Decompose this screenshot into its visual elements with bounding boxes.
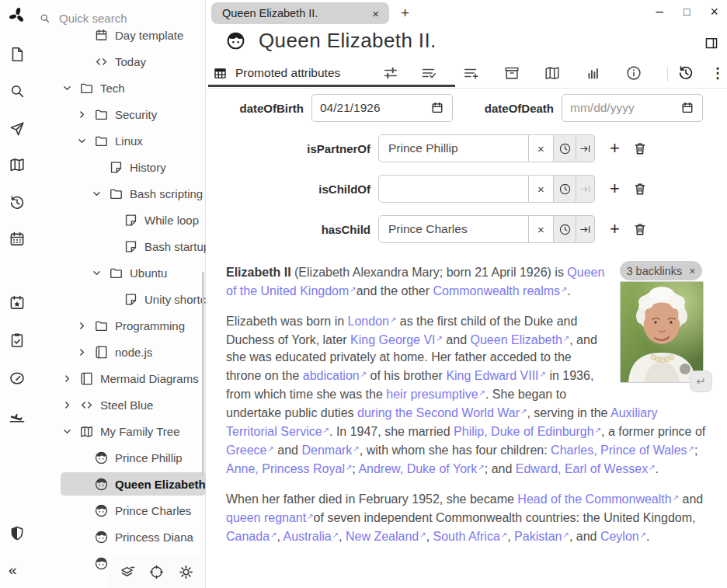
new-note-icon[interactable] (9, 46, 26, 63)
chevron-right-icon[interactable] (61, 373, 79, 384)
collapse-tree-icon[interactable]: « (9, 562, 26, 579)
new-tab-button[interactable]: + (401, 5, 409, 22)
go-to-note-button[interactable] (576, 215, 595, 243)
tab-close-icon[interactable]: × (370, 7, 381, 20)
tree-item-today[interactable]: Today (34, 48, 206, 75)
tree-item-bash-scripting[interactable]: Bash scripting (34, 180, 206, 207)
relation-target-input[interactable]: Prince Phillip (378, 134, 529, 162)
tree-item-linux[interactable]: Linux (34, 127, 206, 154)
tree-item-history[interactable]: History (34, 154, 206, 180)
task-list-icon[interactable] (9, 332, 26, 349)
chevron-right-icon[interactable] (76, 346, 94, 358)
recent-notes-button[interactable] (554, 134, 576, 162)
date-of-death-input[interactable]: mm/dd/yyyy (562, 94, 703, 122)
backlinks-close-icon[interactable]: × (689, 263, 695, 280)
add-attribute-button[interactable]: + (610, 221, 620, 237)
note-link[interactable]: London↗ (348, 315, 397, 328)
tree-scrollbar[interactable] (202, 272, 204, 475)
go-to-note-button[interactable] (576, 134, 595, 162)
note-link[interactable]: Australia↗ (283, 530, 339, 543)
chevron-down-icon[interactable] (61, 426, 79, 437)
clear-relation-button[interactable]: × (529, 175, 554, 203)
chevron-down-icon[interactable] (91, 267, 109, 279)
tree-item-my-family-tree[interactable]: My Family Tree (34, 418, 206, 444)
note-link[interactable]: during the Second World War↗ (357, 406, 527, 419)
note-revisions-history-icon[interactable] (677, 64, 694, 82)
bookmarked-calendar-icon[interactable] (9, 294, 26, 311)
note-link[interactable]: Ceylon↗ (600, 530, 646, 543)
note-link[interactable]: New Zealand↗ (346, 530, 426, 543)
tree-item-tech[interactable]: Tech (34, 75, 206, 101)
jump-to-icon[interactable] (9, 120, 26, 137)
target-crosshair-icon[interactable] (148, 564, 165, 580)
layers-minus-icon[interactable] (119, 564, 135, 580)
backlinks-badge[interactable]: 3 backlinks × (620, 261, 702, 280)
info-circle-icon[interactable] (625, 64, 642, 82)
tree-item-prince-phillip[interactable]: Prince Phillip (34, 444, 206, 471)
note-map-icon[interactable] (544, 64, 561, 82)
settings-gear-icon[interactable] (178, 564, 194, 580)
search-icon[interactable] (9, 82, 26, 99)
date-of-birth-input[interactable]: 04/21/1926 (311, 94, 453, 122)
split-view-icon[interactable] (703, 35, 720, 51)
protected-session-icon[interactable] (9, 525, 26, 542)
delete-attribute-button[interactable] (632, 181, 648, 197)
delete-attribute-button[interactable] (632, 221, 648, 237)
add-attribute-button[interactable]: + (610, 141, 620, 156)
chevron-down-icon[interactable] (91, 188, 109, 200)
note-link[interactable]: Edward, Earl of Wessex↗ (516, 462, 656, 475)
note-link[interactable]: Commonwealth realms↗ (433, 284, 567, 297)
note-link[interactable]: Andrew, Duke of York↗ (358, 462, 484, 475)
tree-item-day-template[interactable]: Day template (34, 22, 206, 48)
tree-item-prince-charles[interactable]: Prince Charles (34, 497, 206, 524)
tree-item-bash-startup[interactable]: Bash startup (34, 233, 206, 259)
chevron-right-icon[interactable] (76, 320, 94, 332)
travel-plane-icon[interactable] (9, 407, 26, 424)
tree-item-security[interactable]: Security (34, 101, 206, 127)
relation-target-input[interactable] (378, 175, 529, 203)
note-title[interactable]: Queen Elizabeth II. (259, 29, 437, 53)
tree-item-programming[interactable]: Programming (34, 312, 206, 339)
window-close-button[interactable]: × (710, 4, 718, 19)
tree-item-princess-diana[interactable]: Princess Diana (34, 524, 206, 550)
note-link[interactable]: Pakistan↗ (514, 530, 569, 543)
enter-button[interactable]: ↵ (690, 371, 712, 392)
tab-queen-elizabeth[interactable]: Queen Elizabeth II. × (211, 2, 389, 24)
note-link[interactable]: Charles, Prince of Wales↗ (551, 444, 694, 457)
recent-notes-button[interactable] (554, 215, 576, 243)
tree-item-mermaid-diagrams[interactable]: Mermaid Diagrams (34, 365, 206, 391)
window-maximize-button[interactable]: □ (684, 4, 690, 19)
clear-relation-button[interactable]: × (529, 134, 554, 162)
note-link[interactable]: King Edward VIII↗ (446, 369, 546, 382)
note-link[interactable]: King George VI↗ (350, 333, 443, 346)
note-link[interactable]: Anne, Princess Royal↗ (226, 462, 352, 475)
note-link[interactable]: Head of the Commonwealth↗ (517, 492, 679, 506)
tree-item-unity-shortcuts[interactable]: Unity shortcuts (34, 286, 206, 312)
note-map-icon[interactable] (9, 156, 26, 173)
note-link[interactable]: South Africa↗ (433, 530, 508, 543)
window-minimize-button[interactable]: – (656, 4, 663, 19)
tree-item-node-js[interactable]: node.js (34, 339, 206, 365)
note-size-chart-icon[interactable] (584, 64, 601, 82)
clear-relation-button[interactable]: × (529, 215, 554, 243)
recent-changes-icon[interactable] (9, 194, 26, 211)
note-link[interactable]: queen regnant↗ (226, 511, 314, 524)
tree-item-ubuntu[interactable]: Ubuntu (34, 259, 206, 286)
note-text[interactable]: 3 backlinks × ↵ Elizabeth II (Elizabeth … (207, 250, 727, 588)
more-menu-icon[interactable]: ⋮ (711, 64, 725, 82)
inherited-attributes-list-plus-icon[interactable] (462, 64, 479, 82)
chevron-right-icon[interactable] (61, 399, 79, 411)
basic-properties-sliders-icon[interactable] (382, 64, 399, 82)
dashboard-icon[interactable] (9, 370, 26, 387)
tree-item-while-loop[interactable]: While loop (34, 207, 206, 233)
calendar-icon[interactable] (680, 101, 694, 115)
delete-attribute-button[interactable] (632, 141, 648, 156)
tree-item-steel-blue[interactable]: Steel Blue (34, 391, 206, 418)
note-info-archive-icon[interactable] (503, 64, 520, 82)
relation-target-input[interactable]: Prince Charles (378, 215, 529, 243)
note-link[interactable]: Philip, Duke of Edinburgh↗ (454, 425, 601, 438)
note-link[interactable]: Denmark↗ (301, 444, 359, 457)
recent-notes-button[interactable] (554, 175, 576, 203)
calendar-icon[interactable] (9, 231, 26, 248)
note-link[interactable]: Queen Elizabeth↗ (470, 333, 569, 346)
